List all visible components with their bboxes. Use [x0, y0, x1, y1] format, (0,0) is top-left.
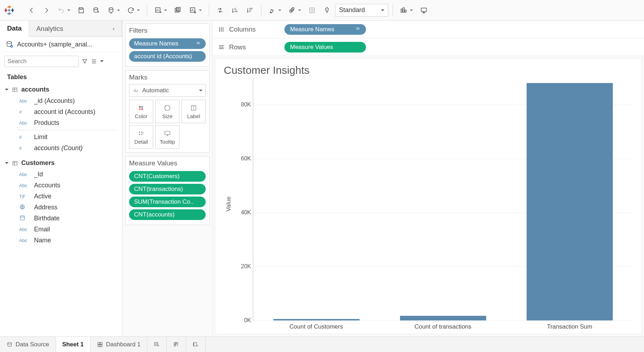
- svg-point-37: [139, 133, 140, 135]
- marks-card: Marks Automatic Color Size T Label: [125, 70, 210, 153]
- field-address[interactable]: Address: [0, 202, 122, 213]
- tab-analytics[interactable]: Analytics ‹: [29, 21, 122, 37]
- field-active[interactable]: T|FActive: [0, 191, 122, 202]
- filter-pill-account-id[interactable]: account id (Accounts): [129, 51, 206, 62]
- table-customers[interactable]: Customers: [0, 157, 122, 169]
- svg-text:T: T: [193, 106, 195, 110]
- svg-rect-3: [7, 13, 11, 14]
- svg-point-38: [141, 133, 143, 135]
- mv-pill-cnt-transactions[interactable]: CNT(transactions): [129, 184, 206, 194]
- chevron-down-icon: [5, 89, 9, 92]
- field-products[interactable]: AbcProducts: [0, 117, 122, 128]
- mark-tooltip-button[interactable]: Tooltip: [155, 125, 179, 149]
- field-customers-accounts[interactable]: AbcAccounts: [0, 180, 122, 191]
- table-accounts[interactable]: accounts: [0, 84, 122, 95]
- field-birthdate[interactable]: Birthdate: [0, 213, 122, 224]
- svg-rect-24: [13, 88, 17, 92]
- field-limit[interactable]: #Limit: [0, 132, 122, 143]
- svg-rect-47: [174, 342, 176, 344]
- field-id-accounts[interactable]: Abc_id (Accounts): [0, 95, 122, 106]
- forward-button[interactable]: [40, 4, 53, 17]
- mark-label-button[interactable]: T Label: [182, 100, 206, 123]
- save-button[interactable]: [74, 4, 88, 17]
- svg-point-39: [143, 132, 144, 133]
- chart-plot[interactable]: 0K20K40K60K80K: [253, 78, 633, 321]
- pill-settings-icon: [355, 26, 360, 32]
- y-tick-label: 80K: [235, 101, 251, 108]
- rows-pill-measure-values[interactable]: Measure Values: [284, 42, 366, 53]
- mark-type-dropdown[interactable]: Automatic: [129, 84, 206, 97]
- svg-rect-43: [100, 342, 102, 344]
- pin-button[interactable]: [320, 4, 334, 17]
- datasource-row[interactable]: Accounts+ (sample_anal...: [0, 37, 122, 52]
- columns-icon: [218, 26, 225, 33]
- field-name[interactable]: AbcName: [0, 235, 122, 246]
- view-options-caret-icon[interactable]: [100, 60, 104, 64]
- x-category-label: Count of transactions: [379, 321, 506, 330]
- svg-point-35: [139, 131, 140, 133]
- filters-title: Filters: [129, 27, 206, 34]
- tableau-logo-icon: [4, 5, 15, 16]
- duplicate-sheet-button[interactable]: [171, 4, 185, 17]
- new-datasource-button[interactable]: [89, 4, 103, 17]
- highlight-button[interactable]: [266, 4, 279, 17]
- sort-asc-button[interactable]: [228, 4, 242, 17]
- table-icon: [12, 87, 18, 93]
- svg-point-41: [8, 342, 12, 344]
- collapse-sidebar-icon[interactable]: ‹: [113, 26, 115, 32]
- mv-pill-cnt-customers[interactable]: CNT(Customers): [129, 171, 206, 182]
- pause-updates-button[interactable]: [104, 4, 118, 17]
- clear-sheet-button[interactable]: [186, 4, 200, 17]
- swap-button[interactable]: [213, 4, 227, 17]
- field-customers-id[interactable]: Abc_Id: [0, 169, 122, 180]
- labels-button[interactable]: T: [305, 4, 319, 17]
- svg-point-9: [94, 7, 98, 10]
- show-me-button[interactable]: [397, 4, 411, 17]
- database-icon: [6, 40, 13, 48]
- svg-rect-20: [421, 8, 427, 11]
- chart-bar[interactable]: [273, 319, 360, 320]
- new-dashboard-tab[interactable]: [167, 337, 186, 352]
- view-list-icon[interactable]: [91, 58, 97, 65]
- new-story-tab[interactable]: [186, 337, 206, 352]
- tab-datasource[interactable]: Data Source: [0, 337, 56, 352]
- tab-sheet-1[interactable]: Sheet 1: [56, 337, 90, 352]
- fit-dropdown[interactable]: Standard: [335, 4, 388, 17]
- undo-redo-button[interactable]: [55, 4, 68, 17]
- tab-dashboard-1[interactable]: Dashboard 1: [90, 337, 147, 352]
- field-email[interactable]: AbcEmail: [0, 224, 122, 235]
- rows-label: Rows: [229, 43, 246, 51]
- back-button[interactable]: [25, 4, 38, 17]
- mark-detail-button[interactable]: Detail: [129, 125, 153, 149]
- pill-settings-icon: [196, 41, 201, 47]
- chart-bar[interactable]: [400, 316, 486, 320]
- rows-shelf[interactable]: Rows Measure Values: [213, 38, 644, 56]
- tab-data[interactable]: Data: [0, 21, 29, 37]
- search-input[interactable]: [4, 56, 79, 67]
- new-worksheet-tab[interactable]: [147, 337, 167, 352]
- mark-size-button[interactable]: Size: [155, 100, 179, 123]
- presentation-button[interactable]: [417, 4, 431, 17]
- x-category-label: Count of Customers: [253, 321, 379, 330]
- columns-shelf[interactable]: Columns Measure Names: [213, 21, 644, 38]
- mv-pill-sum-transaction[interactable]: SUM(Transaction Co..: [129, 197, 206, 207]
- x-axis: Count of CustomersCount of transactionsT…: [253, 321, 633, 330]
- marks-title: Marks: [129, 73, 206, 81]
- chart-bar[interactable]: [527, 83, 613, 320]
- new-worksheet-button[interactable]: [151, 4, 165, 17]
- svg-rect-18: [403, 7, 404, 12]
- svg-rect-5: [5, 8, 6, 12]
- mark-color-button[interactable]: Color: [129, 100, 153, 123]
- field-accounts-count[interactable]: #accounts (Count): [0, 143, 122, 154]
- refresh-button[interactable]: [124, 4, 138, 17]
- mv-pill-cnt-accounts[interactable]: CNT(accounts): [129, 209, 206, 220]
- filter-icon[interactable]: [82, 58, 88, 65]
- viz-title[interactable]: Customer Insights: [224, 64, 633, 76]
- svg-point-31: [141, 108, 143, 110]
- columns-pill-measure-names[interactable]: Measure Names: [284, 24, 366, 35]
- filter-pill-measure-names[interactable]: Measure Names: [129, 38, 206, 49]
- new-worksheet-icon: [154, 341, 160, 348]
- field-account-id[interactable]: #account id (Accounts): [0, 106, 122, 117]
- sort-desc-button[interactable]: [243, 4, 257, 17]
- attach-button[interactable]: [285, 4, 299, 17]
